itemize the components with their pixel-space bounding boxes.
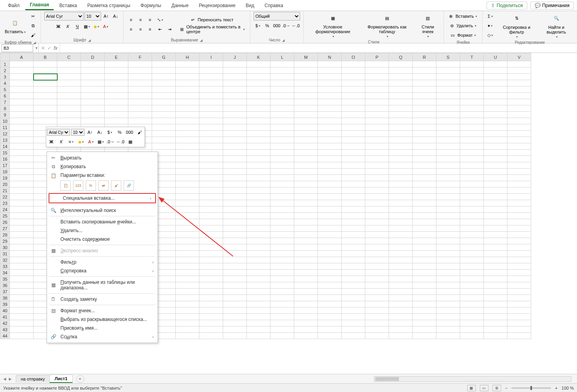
increase-decimal[interactable]: .0→: [282, 21, 291, 30]
cell[interactable]: [460, 308, 484, 314]
cell[interactable]: [507, 112, 531, 118]
cell[interactable]: [294, 314, 318, 320]
cell[interactable]: [10, 263, 34, 270]
tab-insert[interactable]: Вставка: [55, 1, 82, 10]
paste-opt-formatting[interactable]: 🖌: [111, 180, 121, 191]
tab-data[interactable]: Данные: [167, 1, 193, 10]
cell[interactable]: [105, 86, 128, 93]
cell[interactable]: [10, 232, 34, 238]
cell[interactable]: [365, 68, 389, 74]
confirm-edit-icon[interactable]: ✓: [47, 45, 51, 51]
cell[interactable]: [199, 156, 223, 162]
fx-icon[interactable]: fx: [54, 45, 57, 51]
cell[interactable]: [10, 213, 34, 219]
cell[interactable]: [223, 289, 247, 295]
cell[interactable]: [199, 244, 223, 251]
cell[interactable]: [10, 99, 34, 105]
cell[interactable]: [223, 74, 247, 80]
row-header[interactable]: 43: [0, 326, 10, 333]
cell[interactable]: [342, 213, 365, 219]
cell[interactable]: [436, 80, 460, 86]
cell[interactable]: [10, 181, 34, 188]
ctx-paste-special[interactable]: Специальная вставка...›: [49, 194, 155, 203]
cell[interactable]: [460, 200, 484, 206]
cell[interactable]: [484, 124, 507, 131]
cell[interactable]: [199, 276, 223, 282]
cell[interactable]: [318, 150, 342, 156]
cell[interactable]: [365, 244, 389, 251]
cell[interactable]: [105, 99, 128, 105]
cell[interactable]: [484, 244, 507, 251]
cell[interactable]: [436, 86, 460, 93]
cell[interactable]: [484, 257, 507, 263]
cell[interactable]: [318, 308, 342, 314]
ctx-smart-lookup[interactable]: 🔍Интеллектуальный поиск: [47, 206, 158, 215]
row-header[interactable]: 14: [0, 143, 10, 150]
cell[interactable]: [199, 301, 223, 308]
cell[interactable]: [271, 308, 294, 314]
cell[interactable]: [436, 137, 460, 143]
cell[interactable]: [199, 295, 223, 301]
cell[interactable]: [57, 118, 81, 124]
cell[interactable]: [460, 295, 484, 301]
cell[interactable]: [436, 232, 460, 238]
cell[interactable]: [318, 188, 342, 194]
cell[interactable]: [342, 238, 365, 244]
cell[interactable]: [10, 188, 34, 194]
cell[interactable]: [223, 131, 247, 137]
cell[interactable]: [271, 276, 294, 282]
cell[interactable]: [294, 112, 318, 118]
cell[interactable]: [199, 188, 223, 194]
cell[interactable]: [342, 137, 365, 143]
column-header[interactable]: Q: [389, 53, 413, 61]
cell[interactable]: [247, 276, 271, 282]
cell[interactable]: [460, 225, 484, 232]
cell[interactable]: [389, 105, 413, 112]
column-header[interactable]: P: [365, 53, 389, 61]
cell[interactable]: [271, 131, 294, 137]
align-left[interactable]: ≡: [127, 25, 135, 34]
cell[interactable]: [507, 282, 531, 289]
accounting-format[interactable]: $: [254, 21, 262, 30]
cells-format-button[interactable]: ▭ Формат: [449, 31, 478, 39]
cell[interactable]: [342, 314, 365, 320]
cell[interactable]: [81, 118, 105, 124]
cell[interactable]: [34, 61, 57, 68]
cell[interactable]: [507, 86, 531, 93]
cell[interactable]: [57, 61, 81, 68]
cell[interactable]: [460, 68, 484, 74]
row-header[interactable]: 28: [0, 232, 10, 238]
cell[interactable]: [413, 213, 436, 219]
cell[interactable]: [128, 68, 152, 74]
mini-accounting[interactable]: $: [105, 128, 114, 137]
cell[interactable]: [342, 263, 365, 270]
cell[interactable]: [507, 150, 531, 156]
cell[interactable]: [247, 206, 271, 213]
cell[interactable]: [10, 238, 34, 244]
italic-button[interactable]: К: [64, 22, 72, 31]
cell[interactable]: [342, 124, 365, 131]
cell[interactable]: [271, 61, 294, 68]
cell[interactable]: [484, 213, 507, 219]
cell[interactable]: [389, 99, 413, 105]
row-header[interactable]: 37: [0, 289, 10, 295]
cell[interactable]: [223, 213, 247, 219]
cell[interactable]: [176, 219, 199, 225]
row-header[interactable]: 42: [0, 320, 10, 326]
cell[interactable]: [294, 263, 318, 270]
column-header[interactable]: B: [34, 53, 57, 61]
cell[interactable]: [223, 143, 247, 150]
cell[interactable]: [389, 200, 413, 206]
cell[interactable]: [10, 333, 34, 339]
cell[interactable]: [128, 80, 152, 86]
cell[interactable]: [507, 326, 531, 333]
cell[interactable]: [507, 263, 531, 270]
cell[interactable]: [223, 333, 247, 339]
cell[interactable]: [294, 282, 318, 289]
cell[interactable]: [294, 131, 318, 137]
row-header[interactable]: 20: [0, 181, 10, 188]
cell[interactable]: [223, 257, 247, 263]
cell[interactable]: [81, 112, 105, 118]
cell[interactable]: [294, 86, 318, 93]
cell[interactable]: [389, 137, 413, 143]
